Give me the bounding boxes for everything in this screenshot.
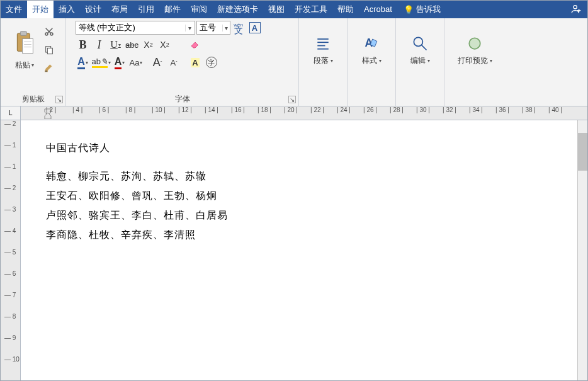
vruler-tick: — 8 — [4, 313, 16, 320]
chevron-down-icon: ▾ — [31, 62, 34, 68]
doc-line: 王安石、欧阳修、曾巩、王勃、杨炯 — [46, 190, 577, 203]
superscript-button[interactable]: X2 — [157, 37, 172, 52]
ruler-tick: | 8 | — [125, 106, 152, 113]
ruler-tick: | 36 | — [495, 106, 522, 113]
ruler-tick: | 38 | — [522, 106, 548, 113]
tab-insert[interactable]: 插入 — [54, 1, 80, 18]
font-name-combo[interactable]: ▾ — [76, 21, 195, 35]
paste-button[interactable]: 粘贴▾ — [10, 21, 39, 80]
group-paragraph: 段落▾ — [299, 18, 348, 106]
ruler-tick: | 32 | — [443, 106, 469, 113]
tab-references[interactable]: 引用 — [133, 1, 159, 18]
vertical-scrollbar[interactable] — [577, 120, 587, 381]
clipboard-launcher[interactable]: ↘ — [55, 96, 63, 103]
document-area: — 2— 1— 1— 2— 3— 4— 5— 6— 7— 8— 9— 10 中国… — [1, 120, 587, 381]
doc-line: 李商隐、杜牧、辛弃疾、李清照 — [46, 229, 577, 242]
format-painter-button[interactable] — [42, 62, 57, 76]
tab-design[interactable]: 设计 — [80, 1, 106, 18]
tab-review[interactable]: 审阅 — [186, 1, 212, 18]
tab-newtab[interactable]: 新建选项卡 — [212, 1, 263, 18]
font-color-button[interactable]: A▾ — [112, 55, 127, 70]
strikethrough-button[interactable]: abc — [125, 37, 140, 52]
circle-icon — [466, 35, 483, 54]
ruler-tick: | 16 | — [231, 106, 257, 113]
phonetic-icon: wén文 — [234, 22, 243, 33]
group-editing: 编辑▾ — [396, 18, 444, 106]
character-shading-button[interactable]: A — [188, 55, 203, 70]
editing-button[interactable]: 编辑▾ — [401, 21, 439, 80]
tab-mailings[interactable]: 邮件 — [159, 1, 186, 18]
ruler-tick: | 34 | — [469, 106, 495, 113]
search-icon — [411, 35, 429, 54]
ruler-tick: | 28 | — [390, 106, 416, 113]
ruler-tick: | 22 | — [310, 106, 337, 113]
scrollbar-thumb[interactable] — [578, 133, 587, 171]
horizontal-ruler[interactable]: | 2 || 4 || 6 || 8 || 10 || 12 || 14 || … — [21, 106, 587, 120]
user-icon — [571, 6, 581, 16]
bold-button[interactable]: B — [76, 37, 91, 52]
font-group-label: 字体 — [66, 94, 298, 105]
vruler-tick: — 6 — [4, 270, 16, 277]
eraser-icon — [189, 38, 201, 52]
print-preview-button[interactable]: 打印预览▾ — [449, 21, 500, 80]
italic-button[interactable]: I — [92, 37, 107, 52]
ruler-area: L | 2 || 4 || 6 || 8 || 10 || 12 || 14 |… — [1, 106, 587, 120]
vruler-tick: — 7 — [4, 292, 16, 299]
text-effects-button[interactable]: A▾ — [76, 55, 91, 70]
tab-file[interactable]: 文件 — [1, 1, 27, 18]
ruler-corner[interactable]: L — [1, 106, 21, 120]
font-size-input[interactable] — [197, 23, 222, 33]
tab-view[interactable]: 视图 — [263, 1, 290, 18]
tab-home[interactable]: 开始 — [27, 1, 54, 18]
character-border-button[interactable]: A — [247, 21, 263, 35]
svg-rect-4 — [20, 31, 26, 36]
lightbulb-icon — [404, 5, 414, 14]
group-font: ▾ ▾ wén文 A B I U▾ abc X2 X2 — [66, 18, 299, 106]
change-case-button[interactable]: Aa▾ — [128, 55, 144, 70]
char-border-icon: A — [249, 22, 261, 33]
paragraph-button[interactable]: 段落▾ — [304, 21, 342, 80]
brush-icon — [44, 63, 54, 75]
ruler-tick: | 14 | — [205, 106, 231, 113]
paste-label: 粘贴 — [15, 60, 30, 71]
ruler-tick: | 20 | — [284, 106, 310, 113]
phonetic-guide-button[interactable]: wén文 — [232, 21, 246, 35]
vruler-tick: — 4 — [4, 227, 16, 234]
font-size-dropdown[interactable]: ▾ — [222, 25, 230, 31]
ribbon: 粘贴▾ 剪贴板 ↘ ▾ — [1, 18, 587, 106]
ruler-tick: | 4 | — [72, 106, 99, 113]
underline-button[interactable]: U▾ — [108, 37, 123, 52]
tab-acrobat[interactable]: Acrobat — [359, 1, 397, 18]
ruler-tick: | 10 | — [152, 106, 178, 113]
font-name-dropdown[interactable]: ▾ — [185, 25, 195, 31]
share-button[interactable] — [565, 4, 587, 16]
font-name-input[interactable] — [76, 23, 185, 33]
subscript-button[interactable]: X2 — [141, 37, 156, 52]
enclose-characters-button[interactable]: 字 — [204, 55, 219, 70]
styles-button[interactable]: A 样式▾ — [353, 21, 390, 80]
vruler-tick: — 2 — [4, 185, 16, 191]
ruler-tick: | 40 | — [548, 106, 575, 113]
tell-me-label: 告诉我 — [416, 4, 441, 15]
font-size-combo[interactable]: ▾ — [196, 21, 230, 35]
highlight-color-button[interactable]: ab✎▾ — [92, 55, 111, 70]
font-launcher[interactable]: ↘ — [288, 96, 296, 103]
svg-line-22 — [422, 45, 427, 50]
page-content[interactable]: 中国古代诗人 韩愈、柳宗元、苏洵、苏轼、苏辙 王安石、欧阳修、曾巩、王勃、杨炯 … — [21, 127, 577, 242]
grow-font-button[interactable]: Aˆ — [150, 55, 165, 70]
tab-developer[interactable]: 开发工具 — [290, 1, 332, 18]
group-styles: A 样式▾ — [348, 18, 396, 106]
clipboard-icon — [14, 30, 35, 57]
vruler-tick: — 2 — [4, 120, 16, 127]
clear-formatting-button[interactable] — [188, 37, 203, 52]
page-scroll[interactable]: 中国古代诗人 韩愈、柳宗元、苏洵、苏轼、苏辙 王安石、欧阳修、曾巩、王勃、杨炯 … — [21, 120, 577, 381]
tell-me[interactable]: 告诉我 — [397, 4, 447, 15]
vruler-tick: — 10 — [4, 356, 20, 363]
svg-rect-5 — [22, 38, 33, 53]
tab-layout[interactable]: 布局 — [106, 1, 133, 18]
tab-help[interactable]: 帮助 — [332, 1, 359, 18]
copy-button[interactable] — [42, 43, 57, 58]
cut-button[interactable] — [42, 25, 57, 40]
shrink-font-button[interactable]: Aˇ — [166, 55, 181, 70]
vertical-ruler[interactable]: — 2— 1— 1— 2— 3— 4— 5— 6— 7— 8— 9— 10 — [1, 120, 21, 381]
